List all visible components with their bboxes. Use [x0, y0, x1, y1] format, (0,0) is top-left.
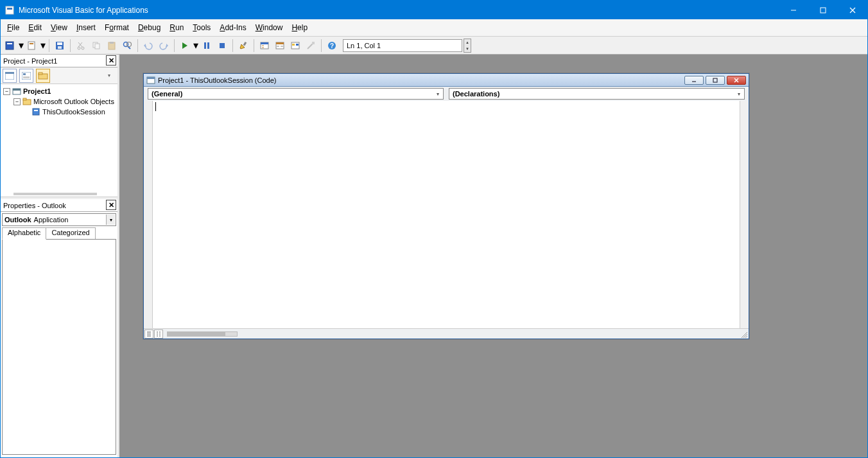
view-object-icon[interactable]	[19, 69, 33, 83]
save-icon[interactable]	[53, 39, 67, 53]
window-title: Microsoft Visual Basic for Applications	[19, 6, 779, 15]
procedure-combo-value: (Declarations)	[453, 90, 499, 98]
svg-rect-49	[22, 72, 31, 80]
project-panel-close-button[interactable]: ✕	[106, 55, 116, 66]
menu-help[interactable]: Help	[291, 23, 308, 32]
text-cursor	[155, 102, 156, 111]
tree-root[interactable]: − Project1	[2, 86, 116, 96]
menu-run[interactable]: Run	[169, 23, 184, 32]
redo-icon[interactable]	[157, 39, 171, 53]
code-margin[interactable]	[144, 101, 153, 328]
cursor-pos-spinner[interactable]: ▲▼	[464, 39, 471, 53]
svg-rect-42	[296, 44, 299, 46]
project-explorer-tree[interactable]: − Project1 − Microsoft Outlook Objects T…	[1, 84, 117, 197]
resize-grip-icon[interactable]	[740, 330, 747, 338]
find-icon[interactable]	[120, 39, 134, 53]
menu-debug[interactable]: Debug	[138, 23, 161, 32]
svg-marker-30	[240, 44, 245, 49]
copy-icon[interactable]	[89, 39, 103, 53]
window-titlebar: Microsoft Visual Basic for Applications	[1, 1, 867, 19]
insert-dropdown[interactable]: ▾	[40, 39, 46, 51]
svg-rect-32	[261, 42, 268, 49]
menu-window[interactable]: Window	[256, 23, 283, 32]
project-panel-title: Project - Project1	[3, 57, 57, 65]
break-icon[interactable]	[200, 39, 214, 53]
reset-icon[interactable]	[215, 39, 229, 53]
properties-window-icon[interactable]	[273, 39, 287, 53]
menu-edit[interactable]: Edit	[28, 23, 42, 32]
properties-object-name: Outlook	[4, 216, 31, 224]
collapse-icon[interactable]: −	[3, 88, 10, 95]
chevron-down-icon[interactable]: ▾	[433, 89, 442, 98]
cut-icon[interactable]	[74, 39, 88, 53]
svg-rect-12	[58, 46, 62, 49]
properties-panel-close-button[interactable]: ✕	[106, 200, 116, 210]
properties-grid[interactable]	[2, 239, 116, 455]
chevron-down-icon[interactable]: ▾	[106, 215, 115, 225]
folder-icon	[22, 97, 31, 106]
minimize-button[interactable]	[779, 1, 808, 19]
properties-panel: Properties - Outlook ✕ Outlook Applicati…	[1, 197, 117, 457]
code-window-titlebar[interactable]: Project1 - ThisOutlookSession (Code)	[144, 74, 749, 87]
menu-file[interactable]: File	[7, 23, 19, 32]
code-window-minimize-button[interactable]	[684, 76, 704, 85]
object-combo[interactable]: (General) ▾	[148, 88, 444, 100]
collapse-icon[interactable]: −	[13, 98, 21, 105]
toggle-folders-icon[interactable]	[36, 69, 50, 83]
close-button[interactable]	[838, 1, 867, 19]
svg-rect-59	[34, 110, 38, 111]
menu-insert[interactable]: Insert	[76, 23, 96, 32]
run-icon[interactable]	[178, 39, 192, 53]
procedure-combo[interactable]: (Declarations) ▾	[449, 88, 745, 100]
project-panel-options[interactable]: ▾	[108, 73, 116, 78]
menu-addins[interactable]: Add-Ins	[220, 23, 246, 32]
view-code-icon[interactable]	[3, 69, 17, 83]
properties-tab-categorized[interactable]: Categorized	[46, 227, 95, 239]
project-panel-header: Project - Project1 ✕	[1, 55, 117, 67]
svg-rect-11	[57, 42, 62, 45]
menu-bar: File Edit View Insert Format Debug Run T…	[1, 19, 867, 37]
properties-panel-title: Properties - Outlook	[3, 202, 66, 209]
full-module-view-icon[interactable]	[154, 330, 163, 339]
object-browser-icon[interactable]	[288, 39, 302, 53]
menu-tools[interactable]: Tools	[193, 23, 211, 32]
menu-format[interactable]: Format	[105, 23, 129, 32]
properties-tab-alphabetic[interactable]: Alphabetic	[2, 227, 46, 240]
tree-group[interactable]: − Microsoft Outlook Objects	[2, 96, 116, 107]
design-mode-icon[interactable]	[236, 39, 250, 53]
help-icon[interactable]: ?	[325, 39, 339, 53]
app-icon	[4, 5, 15, 15]
outlook-view-icon[interactable]	[3, 39, 17, 53]
code-window-title: Project1 - ThisOutlookSession (Code)	[158, 76, 684, 84]
project-tree-scrollbar[interactable]	[13, 193, 97, 195]
tree-item[interactable]: ThisOutlookSession	[2, 107, 116, 117]
toolbox-icon[interactable]	[304, 39, 318, 53]
maximize-button[interactable]	[808, 1, 838, 19]
undo-icon[interactable]	[141, 39, 155, 53]
code-window: Project1 - ThisOutlookSession (Code) (Ge…	[143, 73, 749, 339]
properties-tabs: Alphabetic Categorized	[2, 227, 116, 239]
svg-marker-26	[182, 42, 187, 49]
project-explorer-icon[interactable]	[257, 39, 272, 53]
code-vertical-scrollbar[interactable]	[740, 101, 749, 328]
svg-rect-7	[7, 43, 12, 44]
properties-object-combo[interactable]: Outlook Application ▾	[2, 213, 116, 226]
object-combo-value: (General)	[152, 90, 182, 98]
code-editor[interactable]	[153, 101, 740, 328]
procedure-view-icon[interactable]	[144, 330, 153, 339]
tree-root-label: Project1	[23, 87, 51, 95]
svg-rect-53	[39, 73, 42, 75]
workspace: Project - Project1 ✕ ▾ − Project1 − Micr…	[1, 55, 867, 457]
insert-module-icon[interactable]	[25, 39, 39, 53]
menu-view[interactable]: View	[51, 23, 67, 32]
run-dropdown[interactable]: ▾	[193, 39, 198, 51]
code-horizontal-scrollbar[interactable]	[167, 331, 238, 337]
svg-rect-17	[93, 42, 98, 48]
chevron-down-icon[interactable]: ▾	[734, 89, 743, 98]
svg-line-14	[78, 42, 82, 47]
code-window-close-button[interactable]	[727, 76, 746, 85]
paste-icon[interactable]	[105, 39, 119, 53]
view-dropdown[interactable]: ▾	[19, 39, 24, 51]
code-window-maximize-button[interactable]	[706, 76, 725, 85]
svg-rect-29	[220, 43, 225, 48]
